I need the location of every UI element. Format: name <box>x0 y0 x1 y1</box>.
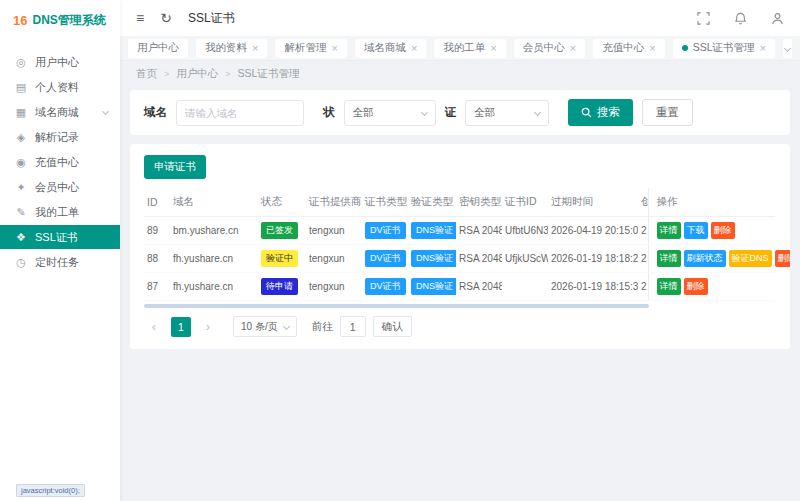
action-button-delete[interactable]: 删除 <box>711 222 735 239</box>
cell-expire-time: 2026-04-19 20:15:07 <box>548 217 638 245</box>
status-select[interactable]: 全部 <box>344 100 436 126</box>
sidebar-item-user-center[interactable]: ◎用户中心 <box>0 50 120 74</box>
cell-verify-type: DNS验证 <box>408 217 456 245</box>
sidebar-item-profile[interactable]: ▤个人资料 <box>0 75 120 99</box>
confirm-button[interactable]: 确认 <box>373 316 412 337</box>
column-header: 证书ID <box>502 188 548 217</box>
column-header: 证书提供商 <box>306 188 362 217</box>
sidebar: 16 DNS管理系统 ◎用户中心▤个人资料▦域名商城◈解析记录◉充值中心✦会员中… <box>0 0 120 501</box>
tab-recharge[interactable]: 充值中心× <box>593 39 664 58</box>
hamburger-menu-icon[interactable]: ≡ <box>136 10 144 26</box>
tabs-collapse-button[interactable] <box>783 39 792 58</box>
column-header: 创 <box>638 188 648 217</box>
close-icon[interactable]: × <box>570 43 576 54</box>
tabs-strip: 用户中心我的资料×解析管理×域名商城×我的工单×会员中心×充值中心×SSL证书管… <box>128 39 775 58</box>
close-icon[interactable]: × <box>252 43 258 54</box>
tab-dns-manage[interactable]: 解析管理× <box>275 39 346 58</box>
ticket-icon: ✎ <box>15 206 27 219</box>
cell-created-truncated: 2 <box>638 245 648 273</box>
fullscreen-icon[interactable] <box>697 12 710 25</box>
cell-status: 已签发 <box>258 217 306 245</box>
cell-verify-type: DNS验证 <box>408 273 456 301</box>
action-button-delete[interactable]: 删除 <box>684 278 708 295</box>
sidebar-item-label: 会员中心 <box>35 180 79 195</box>
tab-domain-mall[interactable]: 域名商城× <box>355 39 426 58</box>
page-number-button[interactable]: 1 <box>171 317 191 337</box>
sidebar-item-member[interactable]: ✦会员中心 <box>0 175 120 199</box>
tabbar: 用户中心我的资料×解析管理×域名商城×我的工单×会员中心×充值中心×SSL证书管… <box>120 36 800 61</box>
page-size-select[interactable]: 10 条/页 <box>233 316 297 337</box>
action-button-verify-dns[interactable]: 验证DNS <box>729 250 772 267</box>
action-button-details[interactable]: 详情 <box>657 278 681 295</box>
bell-icon[interactable] <box>734 12 747 25</box>
cell-key-type: RSA 2048 <box>456 217 502 245</box>
cell-id: 88 <box>144 245 170 273</box>
action-button-details[interactable]: 详情 <box>657 222 681 239</box>
cell-actions: 详情下载删除 <box>648 217 775 245</box>
sidebar-item-recharge[interactable]: ◉充值中心 <box>0 150 120 174</box>
sidebar-item-cron[interactable]: ◷定时任务 <box>0 250 120 274</box>
action-button-details[interactable]: 详情 <box>657 250 681 267</box>
user-avatar-icon[interactable] <box>771 12 784 25</box>
refresh-icon[interactable]: ↻ <box>160 10 172 26</box>
sidebar-item-label: 解析记录 <box>35 130 79 145</box>
tab-ssl-manage[interactable]: SSL证书管理× <box>673 39 775 58</box>
close-icon[interactable]: × <box>490 43 496 54</box>
breadcrumb-item[interactable]: 用户中心 <box>176 67 218 81</box>
sidebar-item-label: 充值中心 <box>35 155 79 170</box>
cert-type-select[interactable]: 全部 <box>465 100 549 126</box>
jump-label: 前往 <box>312 320 333 334</box>
cell-provider: tengxun <box>306 217 362 245</box>
horizontal-scrollbar[interactable] <box>144 304 649 308</box>
close-icon[interactable]: × <box>759 43 765 54</box>
tab-my-profile[interactable]: 我的资料× <box>196 39 267 58</box>
cell-cert-type: DV证书 <box>362 245 408 273</box>
search-button[interactable]: 搜索 <box>568 99 633 126</box>
status-select-value: 全部 <box>353 106 374 120</box>
sidebar-item-label: 域名商城 <box>35 105 79 120</box>
tab-user-center[interactable]: 用户中心 <box>128 39 188 58</box>
close-icon[interactable]: × <box>649 43 655 54</box>
breadcrumb: 首页>用户中心>SSL证书管理 <box>120 61 800 87</box>
next-page-button[interactable]: › <box>198 317 218 337</box>
tab-member-center[interactable]: 会员中心× <box>514 39 585 58</box>
ssl-cert-icon: ❖ <box>15 231 27 244</box>
column-header: ID <box>144 188 170 217</box>
cell-cert-type: DV证书 <box>362 273 408 301</box>
statusbar-link-hint: javascript:void(0); <box>16 484 85 497</box>
pagination: ‹ 1 › 10 条/页 前往 确认 <box>144 316 776 337</box>
tab-label: 充值中心 <box>602 41 644 55</box>
sidebar-item-dns-records[interactable]: ◈解析记录 <box>0 125 120 149</box>
sidebar-item-domain-mall[interactable]: ▦域名商城 <box>0 100 120 124</box>
breadcrumb-item: SSL证书管理 <box>238 67 300 81</box>
tab-label: 我的工单 <box>443 41 485 55</box>
sidebar-item-ssl-cert[interactable]: ❖SSL证书 <box>0 225 120 249</box>
action-button-delete[interactable]: 删除 <box>775 250 790 267</box>
breadcrumb-separator: > <box>225 69 230 79</box>
logo[interactable]: 16 DNS管理系统 <box>0 0 120 40</box>
cell-status: 待申请 <box>258 273 306 301</box>
column-header: 验证类型 <box>408 188 456 217</box>
jump-page-input[interactable] <box>340 316 366 337</box>
action-button-refresh-status[interactable]: 刷新状态 <box>684 250 726 267</box>
domain-input[interactable] <box>176 100 304 126</box>
cell-verify-type: DNS验证 <box>408 245 456 273</box>
search-panel: 域名 状 全部 证 全部 搜索 重置 <box>130 90 790 135</box>
cell-key-type: RSA 2048 <box>456 245 502 273</box>
action-button-download[interactable]: 下载 <box>684 222 708 239</box>
cell-domain: fh.yushare.cn <box>170 273 258 301</box>
sidebar-menu: ◎用户中心▤个人资料▦域名商城◈解析记录◉充值中心✦会员中心✎我的工单❖SSL证… <box>0 40 120 274</box>
chevron-down-icon <box>784 44 791 51</box>
close-icon[interactable]: × <box>411 43 417 54</box>
main-area: ≡ ↻ SSL证书 用户中心我的资料×解析管理×域名商城×我的工单×会员中心×充… <box>120 0 800 501</box>
close-icon[interactable]: × <box>331 43 337 54</box>
breadcrumb-item[interactable]: 首页 <box>136 67 157 81</box>
apply-cert-button[interactable]: 申请证书 <box>144 155 206 179</box>
sidebar-item-label: 我的工单 <box>35 205 79 220</box>
sidebar-item-tickets[interactable]: ✎我的工单 <box>0 200 120 224</box>
cell-cert-type: DV证书 <box>362 217 408 245</box>
reset-button[interactable]: 重置 <box>642 99 693 126</box>
prev-page-button[interactable]: ‹ <box>144 317 164 337</box>
sidebar-item-label: 个人资料 <box>35 80 79 95</box>
tab-my-tickets[interactable]: 我的工单× <box>434 39 505 58</box>
